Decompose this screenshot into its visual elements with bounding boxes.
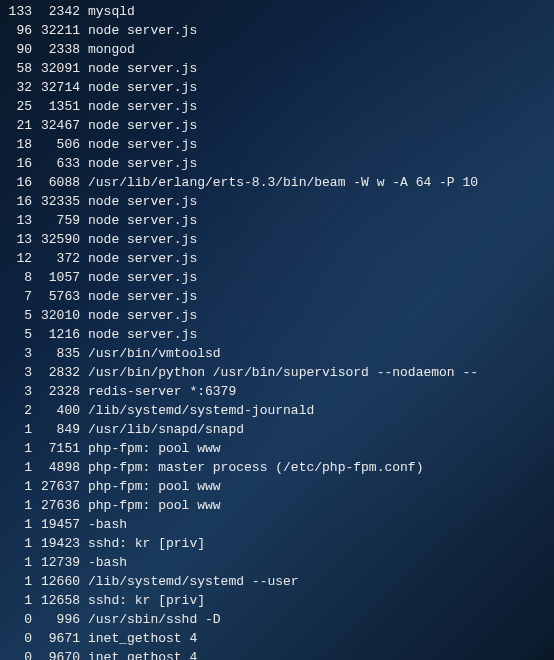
pid-value: 32091: [32, 59, 80, 78]
process-row: 14898php-fpm: master process (/etc/php-f…: [4, 458, 550, 477]
cpu-value: 5: [4, 306, 32, 325]
process-row: 16633node server.js: [4, 154, 550, 173]
command-value: -bash: [80, 515, 127, 534]
pid-value: 27637: [32, 477, 80, 496]
pid-value: 12658: [32, 591, 80, 610]
cpu-value: 2: [4, 401, 32, 420]
cpu-value: 0: [4, 629, 32, 648]
cpu-value: 3: [4, 382, 32, 401]
cpu-value: 25: [4, 97, 32, 116]
command-value: node server.js: [80, 211, 197, 230]
process-row: 32832/usr/bin/python /usr/bin/supervisor…: [4, 363, 550, 382]
pid-value: 1057: [32, 268, 80, 287]
cpu-value: 3: [4, 344, 32, 363]
command-value: /usr/lib/erlang/erts-8.3/bin/beam -W w -…: [80, 173, 478, 192]
command-value: php-fpm: master process (/etc/php-fpm.co…: [80, 458, 423, 477]
command-value: sshd: kr [priv]: [80, 534, 205, 553]
command-value: node server.js: [80, 59, 197, 78]
process-row: 119457-bash: [4, 515, 550, 534]
cpu-value: 1: [4, 458, 32, 477]
command-value: sshd: kr [priv]: [80, 591, 205, 610]
command-value: node server.js: [80, 325, 197, 344]
pid-value: 32335: [32, 192, 80, 211]
pid-value: 12660: [32, 572, 80, 591]
pid-value: 32590: [32, 230, 80, 249]
process-row: 12372node server.js: [4, 249, 550, 268]
cpu-value: 16: [4, 154, 32, 173]
pid-value: 1216: [32, 325, 80, 344]
cpu-value: 1: [4, 534, 32, 553]
process-row: 532010node server.js: [4, 306, 550, 325]
cpu-value: 16: [4, 173, 32, 192]
command-value: /usr/bin/vmtoolsd: [80, 344, 221, 363]
pid-value: 2338: [32, 40, 80, 59]
pid-value: 32467: [32, 116, 80, 135]
cpu-value: 1: [4, 553, 32, 572]
process-row: 1332590node server.js: [4, 230, 550, 249]
command-value: node server.js: [80, 135, 197, 154]
command-value: node server.js: [80, 287, 197, 306]
pid-value: 5763: [32, 287, 80, 306]
process-row: 112660/lib/systemd/systemd --user: [4, 572, 550, 591]
command-value: mongod: [80, 40, 135, 59]
cpu-value: 7: [4, 287, 32, 306]
command-value: -bash: [80, 553, 127, 572]
pid-value: 2328: [32, 382, 80, 401]
process-row: 81057node server.js: [4, 268, 550, 287]
process-row: 251351node server.js: [4, 97, 550, 116]
process-row: 32328redis-server *:6379: [4, 382, 550, 401]
command-value: node server.js: [80, 249, 197, 268]
process-row: 2132467node server.js: [4, 116, 550, 135]
command-value: /usr/bin/python /usr/bin/supervisord --n…: [80, 363, 478, 382]
cpu-value: 32: [4, 78, 32, 97]
pid-value: 400: [32, 401, 80, 420]
pid-value: 32714: [32, 78, 80, 97]
command-value: php-fpm: pool www: [80, 477, 221, 496]
command-value: node server.js: [80, 230, 197, 249]
cpu-value: 133: [4, 2, 32, 21]
cpu-value: 1: [4, 515, 32, 534]
cpu-value: 58: [4, 59, 32, 78]
command-value: mysqld: [80, 2, 135, 21]
process-row: 0996/usr/sbin/sshd -D: [4, 610, 550, 629]
command-value: node server.js: [80, 306, 197, 325]
pid-value: 506: [32, 135, 80, 154]
cpu-value: 0: [4, 610, 32, 629]
process-row: 09671inet_gethost 4: [4, 629, 550, 648]
process-row: 1632335node server.js: [4, 192, 550, 211]
pid-value: 849: [32, 420, 80, 439]
process-row: 5832091node server.js: [4, 59, 550, 78]
cpu-value: 8: [4, 268, 32, 287]
cpu-value: 1: [4, 591, 32, 610]
process-row: 166088/usr/lib/erlang/erts-8.3/bin/beam …: [4, 173, 550, 192]
pid-value: 633: [32, 154, 80, 173]
cpu-value: 1: [4, 572, 32, 591]
cpu-value: 0: [4, 648, 32, 660]
command-value: redis-server *:6379: [80, 382, 236, 401]
process-row: 13759node server.js: [4, 211, 550, 230]
pid-value: 6088: [32, 173, 80, 192]
pid-value: 32010: [32, 306, 80, 325]
pid-value: 4898: [32, 458, 80, 477]
command-value: node server.js: [80, 192, 197, 211]
process-row: 127637php-fpm: pool www: [4, 477, 550, 496]
cpu-value: 1: [4, 420, 32, 439]
pid-value: 9671: [32, 629, 80, 648]
process-row: 119423sshd: kr [priv]: [4, 534, 550, 553]
process-row: 112739-bash: [4, 553, 550, 572]
command-value: node server.js: [80, 116, 197, 135]
pid-value: 12739: [32, 553, 80, 572]
process-row: 2400/lib/systemd/systemd-journald: [4, 401, 550, 420]
pid-value: 996: [32, 610, 80, 629]
command-value: node server.js: [80, 97, 197, 116]
cpu-value: 1: [4, 439, 32, 458]
cpu-value: 1: [4, 496, 32, 515]
process-row: 3232714node server.js: [4, 78, 550, 97]
process-row: 9632211node server.js: [4, 21, 550, 40]
pid-value: 372: [32, 249, 80, 268]
cpu-value: 1: [4, 477, 32, 496]
process-row: 17151php-fpm: pool www: [4, 439, 550, 458]
command-value: node server.js: [80, 268, 197, 287]
process-list: 1332342mysqld9632211node server.js902338…: [4, 2, 550, 660]
cpu-value: 18: [4, 135, 32, 154]
